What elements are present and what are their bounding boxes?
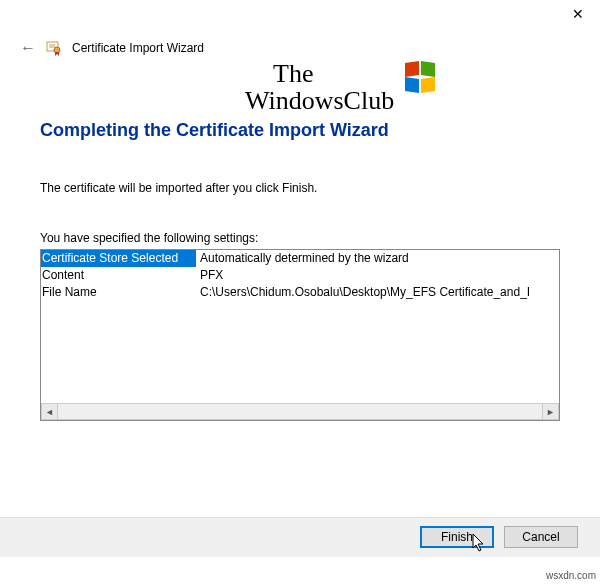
wizard-header: ← Certificate Import Wizard xyxy=(20,40,204,56)
row-value: PFX xyxy=(196,267,559,284)
row-label: Content xyxy=(41,267,196,284)
footer-bar: Finish Cancel xyxy=(0,517,600,557)
scroll-left-icon[interactable]: ◄ xyxy=(41,403,58,420)
scroll-right-icon[interactable]: ► xyxy=(542,403,559,420)
table-row[interactable]: Content PFX xyxy=(41,267,559,284)
settings-list: Certificate Store Selected Automatically… xyxy=(40,249,560,421)
watermark-text: The WindowsClub xyxy=(245,60,394,115)
close-icon[interactable]: ✕ xyxy=(572,6,584,22)
row-value: Automatically determined by the wizard xyxy=(196,250,559,267)
finish-button[interactable]: Finish xyxy=(420,526,494,548)
row-label: File Name xyxy=(41,284,196,301)
back-arrow-icon[interactable]: ← xyxy=(20,40,36,56)
table-row[interactable]: Certificate Store Selected Automatically… xyxy=(41,250,559,267)
horizontal-scrollbar[interactable]: ◄ ► xyxy=(41,403,559,420)
settings-label: You have specified the following setting… xyxy=(40,231,560,245)
table-row[interactable]: File Name C:\Users\Chidum.Osobalu\Deskto… xyxy=(41,284,559,301)
wizard-title: Certificate Import Wizard xyxy=(72,41,204,55)
cancel-button[interactable]: Cancel xyxy=(504,526,578,548)
page-heading: Completing the Certificate Import Wizard xyxy=(40,120,560,141)
row-value: C:\Users\Chidum.Osobalu\Desktop\My_EFS C… xyxy=(196,284,559,301)
certificate-icon xyxy=(46,40,62,56)
watermark-logo-icon xyxy=(405,62,437,94)
source-watermark: wsxdn.com xyxy=(546,570,596,581)
row-label: Certificate Store Selected xyxy=(41,250,196,267)
scroll-track[interactable] xyxy=(58,403,542,420)
instruction-text: The certificate will be imported after y… xyxy=(40,181,560,195)
